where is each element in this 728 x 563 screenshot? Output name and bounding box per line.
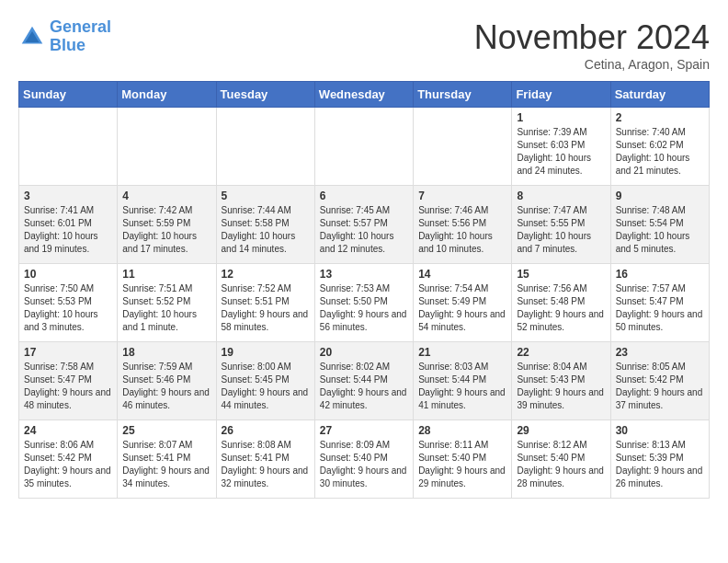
cell-info: Sunrise: 7:50 AM Sunset: 5:53 PM Dayligh… — [24, 282, 112, 334]
calendar-cell: 3Sunrise: 7:41 AM Sunset: 6:01 PM Daylig… — [19, 186, 118, 264]
day-number: 7 — [418, 190, 506, 202]
calendar-cell: 2Sunrise: 7:40 AM Sunset: 6:02 PM Daylig… — [610, 108, 709, 186]
calendar-cell: 6Sunrise: 7:45 AM Sunset: 5:57 PM Daylig… — [314, 186, 413, 264]
day-number: 28 — [418, 424, 506, 437]
weekday-header: Thursday — [414, 82, 512, 108]
calendar-cell: 18Sunrise: 7:59 AM Sunset: 5:46 PM Dayli… — [118, 342, 216, 420]
weekday-header: Friday — [512, 82, 610, 108]
calendar-cell: 4Sunrise: 7:42 AM Sunset: 5:59 PM Daylig… — [118, 186, 216, 264]
day-number: 13 — [320, 268, 408, 281]
calendar-cell: 30Sunrise: 8:13 AM Sunset: 5:39 PM Dayli… — [610, 420, 709, 499]
calendar-cell: 11Sunrise: 7:51 AM Sunset: 5:52 PM Dayli… — [118, 264, 216, 342]
calendar-cell: 26Sunrise: 8:08 AM Sunset: 5:41 PM Dayli… — [216, 420, 314, 499]
calendar-cell — [216, 108, 314, 186]
cell-info: Sunrise: 7:46 AM Sunset: 5:56 PM Dayligh… — [418, 204, 506, 256]
cell-info: Sunrise: 7:53 AM Sunset: 5:50 PM Dayligh… — [320, 282, 408, 334]
weekday-row: SundayMondayTuesdayWednesdayThursdayFrid… — [19, 82, 710, 108]
day-number: 14 — [418, 268, 506, 281]
calendar-week-row: 10Sunrise: 7:50 AM Sunset: 5:53 PM Dayli… — [19, 264, 710, 342]
cell-info: Sunrise: 8:04 AM Sunset: 5:43 PM Dayligh… — [517, 361, 605, 412]
calendar-cell: 21Sunrise: 8:03 AM Sunset: 5:44 PM Dayli… — [414, 342, 512, 420]
cell-info: Sunrise: 7:48 AM Sunset: 5:54 PM Dayligh… — [616, 204, 704, 256]
day-number: 22 — [517, 346, 605, 359]
weekday-header: Wednesday — [314, 82, 413, 108]
location: Cetina, Aragon, Spain — [474, 57, 710, 72]
calendar-week-row: 1Sunrise: 7:39 AM Sunset: 6:03 PM Daylig… — [19, 108, 710, 186]
calendar-cell: 1Sunrise: 7:39 AM Sunset: 6:03 PM Daylig… — [512, 108, 610, 186]
calendar-cell: 17Sunrise: 7:58 AM Sunset: 5:47 PM Dayli… — [19, 342, 118, 420]
calendar-cell: 24Sunrise: 8:06 AM Sunset: 5:42 PM Dayli… — [19, 420, 118, 499]
day-number: 25 — [122, 424, 210, 437]
calendar-cell: 7Sunrise: 7:46 AM Sunset: 5:56 PM Daylig… — [414, 186, 512, 264]
logo-line1: General — [50, 17, 111, 36]
calendar-cell: 22Sunrise: 8:04 AM Sunset: 5:43 PM Dayli… — [512, 342, 610, 420]
cell-info: Sunrise: 7:52 AM Sunset: 5:51 PM Dayligh… — [222, 282, 310, 334]
cell-info: Sunrise: 7:59 AM Sunset: 5:46 PM Dayligh… — [122, 361, 210, 412]
cell-info: Sunrise: 7:56 AM Sunset: 5:48 PM Dayligh… — [517, 282, 605, 334]
day-number: 27 — [320, 424, 408, 437]
cell-info: Sunrise: 7:41 AM Sunset: 6:01 PM Dayligh… — [24, 204, 112, 256]
logo: General Blue — [18, 18, 111, 55]
page-header: General Blue November 2024 Cetina, Arago… — [18, 18, 710, 72]
day-number: 17 — [24, 346, 112, 359]
calendar-week-row: 3Sunrise: 7:41 AM Sunset: 6:01 PM Daylig… — [19, 186, 710, 264]
calendar-cell: 20Sunrise: 8:02 AM Sunset: 5:44 PM Dayli… — [314, 342, 413, 420]
calendar-cell: 14Sunrise: 7:54 AM Sunset: 5:49 PM Dayli… — [414, 264, 512, 342]
calendar-cell — [19, 108, 118, 186]
day-number: 30 — [616, 424, 704, 437]
weekday-header: Saturday — [610, 82, 709, 108]
cell-info: Sunrise: 7:47 AM Sunset: 5:55 PM Dayligh… — [517, 204, 605, 256]
weekday-header: Sunday — [19, 82, 118, 108]
day-number: 29 — [517, 424, 605, 437]
calendar-cell — [414, 108, 512, 186]
cell-info: Sunrise: 7:54 AM Sunset: 5:49 PM Dayligh… — [418, 282, 506, 334]
day-number: 24 — [24, 424, 112, 437]
cell-info: Sunrise: 8:06 AM Sunset: 5:42 PM Dayligh… — [24, 439, 112, 490]
day-number: 11 — [122, 268, 210, 281]
calendar-cell: 19Sunrise: 8:00 AM Sunset: 5:45 PM Dayli… — [216, 342, 314, 420]
day-number: 10 — [24, 268, 112, 281]
calendar-cell: 27Sunrise: 8:09 AM Sunset: 5:40 PM Dayli… — [314, 420, 413, 499]
cell-info: Sunrise: 7:42 AM Sunset: 5:59 PM Dayligh… — [122, 204, 210, 256]
cell-info: Sunrise: 8:12 AM Sunset: 5:40 PM Dayligh… — [517, 439, 605, 490]
logo-icon — [18, 23, 46, 51]
calendar-cell: 28Sunrise: 8:11 AM Sunset: 5:40 PM Dayli… — [414, 420, 512, 499]
cell-info: Sunrise: 8:09 AM Sunset: 5:40 PM Dayligh… — [320, 439, 408, 490]
day-number: 16 — [616, 268, 704, 281]
cell-info: Sunrise: 8:00 AM Sunset: 5:45 PM Dayligh… — [222, 361, 310, 412]
day-number: 6 — [320, 190, 408, 202]
day-number: 15 — [517, 268, 605, 281]
cell-info: Sunrise: 8:13 AM Sunset: 5:39 PM Dayligh… — [616, 439, 704, 490]
cell-info: Sunrise: 8:08 AM Sunset: 5:41 PM Dayligh… — [222, 439, 310, 490]
weekday-header: Tuesday — [216, 82, 314, 108]
cell-info: Sunrise: 7:39 AM Sunset: 6:03 PM Dayligh… — [517, 126, 605, 178]
day-number: 18 — [122, 346, 210, 359]
day-number: 3 — [24, 190, 112, 202]
weekday-header: Monday — [118, 82, 216, 108]
calendar-cell: 8Sunrise: 7:47 AM Sunset: 5:55 PM Daylig… — [512, 186, 610, 264]
calendar-cell: 16Sunrise: 7:57 AM Sunset: 5:47 PM Dayli… — [610, 264, 709, 342]
cell-info: Sunrise: 7:40 AM Sunset: 6:02 PM Dayligh… — [616, 126, 704, 178]
calendar-table: SundayMondayTuesdayWednesdayThursdayFrid… — [18, 81, 710, 499]
title-block: November 2024 Cetina, Aragon, Spain — [474, 18, 710, 72]
calendar-cell: 15Sunrise: 7:56 AM Sunset: 5:48 PM Dayli… — [512, 264, 610, 342]
calendar-week-row: 24Sunrise: 8:06 AM Sunset: 5:42 PM Dayli… — [19, 420, 710, 499]
day-number: 26 — [222, 424, 310, 437]
cell-info: Sunrise: 8:05 AM Sunset: 5:42 PM Dayligh… — [616, 361, 704, 412]
day-number: 8 — [517, 190, 605, 202]
calendar-header: SundayMondayTuesdayWednesdayThursdayFrid… — [19, 82, 710, 108]
calendar-cell — [118, 108, 216, 186]
calendar-cell: 29Sunrise: 8:12 AM Sunset: 5:40 PM Dayli… — [512, 420, 610, 499]
day-number: 21 — [418, 346, 506, 359]
cell-info: Sunrise: 8:03 AM Sunset: 5:44 PM Dayligh… — [418, 361, 506, 412]
cell-info: Sunrise: 8:02 AM Sunset: 5:44 PM Dayligh… — [320, 361, 408, 412]
month-title: November 2024 — [474, 18, 710, 57]
cell-info: Sunrise: 7:57 AM Sunset: 5:47 PM Dayligh… — [616, 282, 704, 334]
cell-info: Sunrise: 7:45 AM Sunset: 5:57 PM Dayligh… — [320, 204, 408, 256]
calendar-cell: 23Sunrise: 8:05 AM Sunset: 5:42 PM Dayli… — [610, 342, 709, 420]
calendar-cell: 10Sunrise: 7:50 AM Sunset: 5:53 PM Dayli… — [19, 264, 118, 342]
cell-info: Sunrise: 8:11 AM Sunset: 5:40 PM Dayligh… — [418, 439, 506, 490]
day-number: 19 — [222, 346, 310, 359]
calendar-cell: 13Sunrise: 7:53 AM Sunset: 5:50 PM Dayli… — [314, 264, 413, 342]
day-number: 2 — [616, 111, 704, 124]
